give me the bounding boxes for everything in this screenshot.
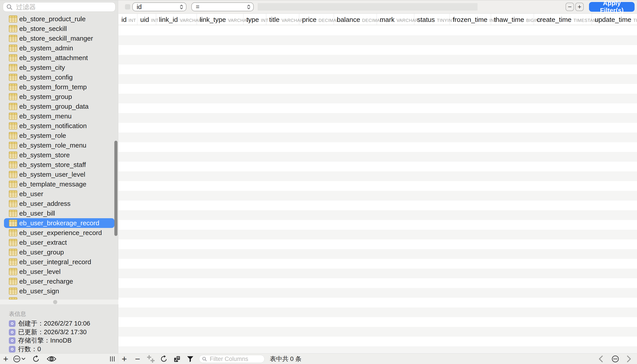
- apply-filters-button[interactable]: Apply Filter(s): [589, 2, 634, 12]
- sidebar-table-item[interactable]: eb_system_role_menu: [4, 140, 114, 150]
- filter-enabled-checkbox[interactable]: [125, 4, 130, 10]
- refresh-tables-button[interactable]: [31, 354, 41, 364]
- table-name-label: eb_system_city: [19, 64, 65, 71]
- sidebar-table-item[interactable]: eb_store_seckill: [4, 24, 114, 34]
- table-icon: [9, 229, 17, 236]
- grid-column-header[interactable]: type INT: [244, 14, 266, 25]
- info-label: 行数：: [18, 346, 37, 352]
- grid-column-header[interactable]: update_time TIMESTAMP: [592, 14, 637, 25]
- sidebar-table-item[interactable]: eb_system_user_level: [4, 170, 114, 179]
- filter-field-select[interactable]: id: [132, 2, 186, 11]
- sidebar-table-item[interactable]: eb_system_admin: [4, 43, 114, 53]
- remove-row-button[interactable]: −: [134, 354, 142, 364]
- sidebar-table-item[interactable]: eb_system_form_temp: [4, 82, 114, 92]
- sidebar-table-item[interactable]: eb_user_level: [4, 267, 114, 276]
- plus-icon: +: [3, 354, 8, 363]
- column-name: frozen_time: [453, 16, 488, 24]
- grid-column-header[interactable]: title VARCHAR: [266, 14, 299, 25]
- refresh-table-button[interactable]: [159, 354, 168, 364]
- scrollbar-thumb[interactable]: [53, 300, 57, 304]
- refresh-icon: [32, 355, 40, 363]
- sidebar-table-item[interactable]: eb_store_seckill_manger: [4, 34, 114, 43]
- duplicate-row-button[interactable]: [172, 354, 182, 364]
- chevron-down-icon[interactable]: [21, 354, 26, 364]
- main-area: id = − + Apply Filter(s) id INT uid INT …: [119, 0, 637, 354]
- table-actions-menu-button[interactable]: [12, 354, 21, 364]
- resize-sidebar-handle[interactable]: [109, 354, 116, 364]
- add-multiple-rows-button[interactable]: [146, 354, 156, 364]
- grid-column-header[interactable]: uid INT: [137, 14, 156, 25]
- table-name-label: eb_store_seckill: [19, 25, 67, 32]
- column-name: mark: [380, 16, 394, 24]
- sidebar-table-item[interactable]: eb_system_city: [4, 63, 114, 72]
- column-name: uid: [140, 16, 149, 24]
- table-info-row: 已更新：2026/3/2 17:30: [9, 328, 90, 336]
- sidebar-search-input[interactable]: [16, 3, 112, 11]
- sidebar-table-item[interactable]: eb_template_message: [4, 179, 114, 189]
- add-table-button[interactable]: +: [2, 354, 10, 364]
- search-icon: [202, 356, 207, 362]
- info-bullet-icon: [9, 329, 16, 336]
- sidebar-table-item[interactable]: eb_user: [4, 189, 114, 199]
- next-page-button[interactable]: [625, 354, 633, 364]
- sidebar-table-item[interactable]: eb_system_menu: [4, 111, 114, 121]
- sidebar-horizontal-scrollbar[interactable]: [0, 300, 118, 304]
- grid-column-header[interactable]: mark VARCHAR: [377, 14, 414, 25]
- add-row-button[interactable]: +: [120, 354, 128, 364]
- sidebar-table-item[interactable]: eb_user_brokerage_record: [4, 218, 114, 228]
- table-icon: [9, 122, 17, 130]
- filter-value-input[interactable]: [258, 3, 478, 10]
- grid-column-header[interactable]: frozen_time INT: [450, 14, 491, 25]
- table-name-label: eb_system_form_temp: [19, 83, 87, 91]
- table-name-label: eb_user_brokerage_record: [19, 219, 99, 227]
- filter-funnel-icon: [186, 355, 194, 363]
- grid-column-header[interactable]: thaw_time BIGINT: [491, 14, 534, 25]
- grid-column-header[interactable]: status TINYINT: [414, 14, 450, 25]
- add-filter-button[interactable]: +: [575, 3, 584, 11]
- sidebar-table-item[interactable]: eb_user_recharge: [4, 276, 114, 286]
- sidebar-table-item[interactable]: eb_system_role: [4, 131, 114, 140]
- sidebar-search-field[interactable]: [3, 2, 115, 12]
- sidebar-table-item[interactable]: eb_user_integral_record: [4, 257, 114, 267]
- filter-operator-select[interactable]: =: [191, 2, 254, 11]
- sidebar-table-item[interactable]: eb_user_experience_record: [4, 228, 114, 238]
- grid-column-header[interactable]: id INT: [119, 14, 137, 25]
- grid-column-header[interactable]: create_time TIMESTAMP: [534, 14, 592, 25]
- table-icon: [9, 74, 17, 81]
- sidebar-table-item[interactable]: eb_user_sign: [4, 286, 114, 296]
- column-name: type: [246, 16, 259, 24]
- grid-body-empty[interactable]: [119, 26, 637, 354]
- filter-rows-button[interactable]: [186, 354, 195, 364]
- sidebar-table-item[interactable]: eb_system_config: [4, 72, 114, 82]
- remove-filter-button[interactable]: −: [566, 3, 574, 11]
- sidebar-table-item[interactable]: eb_system_group: [4, 92, 114, 102]
- sidebar-table-item[interactable]: eb_system_store: [4, 150, 114, 160]
- toggle-visibility-button[interactable]: [47, 354, 57, 364]
- table-name-label: eb_system_store: [19, 151, 70, 159]
- filter-columns-field[interactable]: [199, 355, 265, 363]
- sidebar-table-item[interactable]: eb_system_group_data: [4, 102, 114, 111]
- sidebar-table-item[interactable]: eb_user_group: [4, 248, 114, 257]
- table-icon: [9, 258, 17, 266]
- previous-page-button[interactable]: [597, 354, 605, 364]
- table-icon: [9, 249, 17, 256]
- grid-column-header[interactable]: price DECIMAL: [299, 14, 334, 25]
- sidebar-table-item[interactable]: eb_user_extract: [4, 238, 114, 248]
- grid-column-header[interactable]: link_id VARCHAR: [156, 14, 197, 25]
- column-name: status: [417, 16, 435, 24]
- sidebar-table-item[interactable]: eb_store_product_rule: [4, 14, 114, 24]
- grid-column-header[interactable]: link_type VARCHAR: [197, 14, 244, 25]
- sidebar-vertical-scrollbar[interactable]: [114, 141, 117, 236]
- sidebar-table-item[interactable]: eb_user_bill: [4, 208, 114, 218]
- table-icon: [9, 103, 17, 110]
- grid-column-header[interactable]: balance DECIMAL: [334, 14, 377, 25]
- sidebar-table-item[interactable]: [4, 296, 114, 300]
- sidebar-table-item[interactable]: eb_system_attachment: [4, 53, 114, 63]
- table-icon: [9, 64, 17, 71]
- sidebar-table-item[interactable]: eb_user_address: [4, 199, 114, 208]
- pagination-menu-button[interactable]: [611, 354, 620, 364]
- sidebar-table-item[interactable]: eb_system_notification: [4, 121, 114, 131]
- grid-header-row: id INT uid INT link_id VARCHAR link_type…: [119, 14, 637, 25]
- filter-columns-input[interactable]: [209, 356, 262, 363]
- sidebar-table-item[interactable]: eb_system_store_staff: [4, 160, 114, 170]
